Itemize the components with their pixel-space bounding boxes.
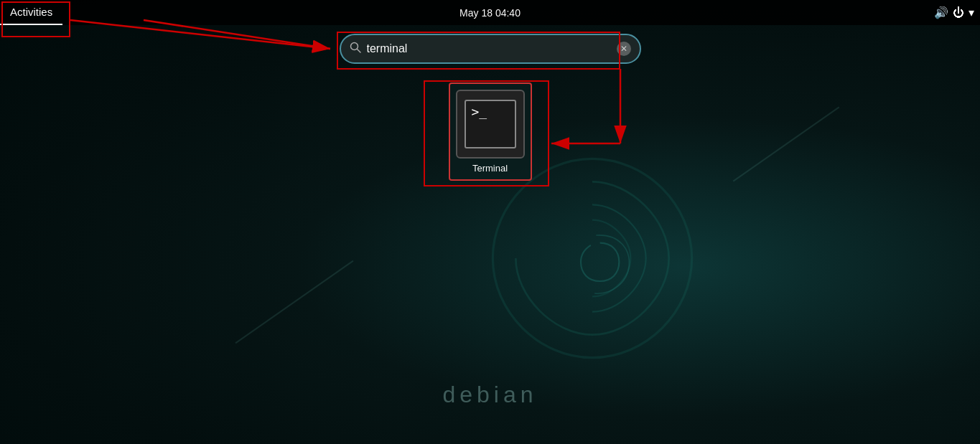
- desktop-background: debian: [0, 0, 980, 444]
- search-clear-button[interactable]: ✕: [617, 42, 631, 56]
- topbar-right-icons: 🔊 ⏻ ▾: [934, 6, 980, 19]
- search-bar: ✕: [340, 34, 641, 64]
- terminal-prompt-line: >_: [472, 105, 509, 118]
- search-input[interactable]: [367, 42, 611, 55]
- datetime-display: May 18 04:40: [459, 7, 521, 19]
- system-menu-dropdown-icon[interactable]: ▾: [969, 6, 974, 19]
- terminal-icon-inner: >_: [465, 100, 516, 148]
- decorative-line-1: [235, 260, 354, 344]
- terminal-app-icon: >_: [456, 90, 525, 159]
- volume-icon[interactable]: 🔊: [934, 6, 948, 19]
- search-container: ✕: [340, 34, 641, 64]
- debian-watermark: debian: [442, 382, 537, 408]
- activities-button[interactable]: Activities: [0, 0, 62, 25]
- topbar: Activities May 18 04:40 🔊 ⏻ ▾: [0, 0, 980, 25]
- search-icon: [350, 42, 361, 56]
- terminal-app-label: Terminal: [472, 163, 508, 174]
- topbar-clock: May 18 04:40: [459, 7, 521, 19]
- decorative-line-2: [733, 107, 840, 182]
- clear-icon: ✕: [620, 44, 627, 54]
- power-icon[interactable]: ⏻: [953, 6, 964, 19]
- svg-line-1: [357, 49, 360, 53]
- terminal-app-result[interactable]: >_ Terminal: [449, 82, 532, 181]
- topbar-left: Activities: [0, 0, 62, 25]
- prompt-symbol: >_: [472, 105, 487, 118]
